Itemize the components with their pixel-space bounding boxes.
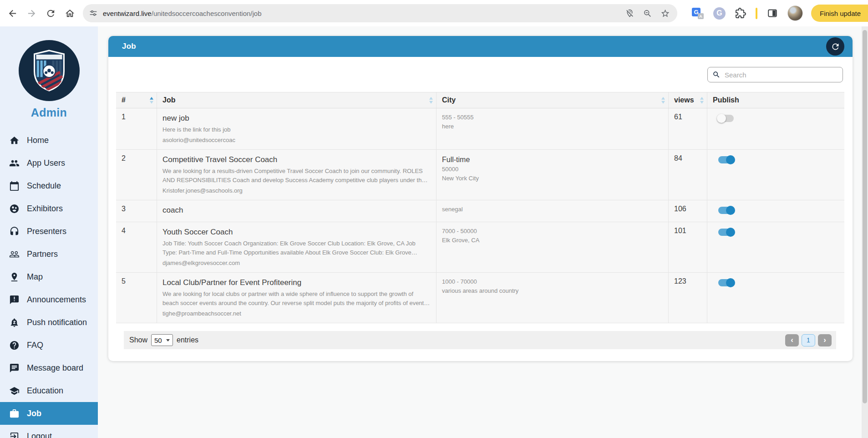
refresh-button[interactable] <box>826 37 844 56</box>
column-header-city[interactable]: City <box>436 92 668 108</box>
prev-page-button[interactable]: ‹ <box>785 334 799 346</box>
zoom-out-icon[interactable] <box>643 9 652 18</box>
publish-cell <box>707 200 844 222</box>
show-label: Show <box>129 336 147 344</box>
publish-toggle[interactable] <box>718 207 734 214</box>
location: here <box>442 122 663 131</box>
salary-range: 7000 - 50000 <box>442 227 663 236</box>
job-email: Kristofer.jones@saschools.org <box>162 186 431 195</box>
job-description: Here is the link for this job <box>162 125 431 134</box>
publish-toggle[interactable] <box>718 156 734 163</box>
job-title: Local Club/Partner for Event Profiteerin… <box>162 277 431 288</box>
grammarly-extension-icon[interactable]: G <box>713 7 726 20</box>
jobs-table: # Job City views <box>116 92 844 349</box>
publish-cell <box>707 222 844 272</box>
search-row <box>108 57 853 82</box>
city-cell: Full-time 50000 New York City <box>436 150 668 200</box>
url-path: /unitedsoccercoachesconvention/job <box>152 10 262 17</box>
reload-button[interactable] <box>41 4 60 23</box>
sidebar-item-partners[interactable]: Partners <box>0 243 98 265</box>
sort-icon <box>661 97 665 104</box>
job-title: Youth Soccer Coach <box>162 227 431 238</box>
sidebar-item-education[interactable]: Education <box>0 379 98 402</box>
profile-avatar[interactable] <box>787 5 803 21</box>
publish-toggle[interactable] <box>718 279 734 286</box>
salary-range: 555 - 50555 <box>442 113 663 122</box>
forward-button[interactable] <box>22 4 41 23</box>
sidebar-item-app-users[interactable]: App Users <box>0 152 98 174</box>
table-row: 3 coach senegal 106 <box>116 200 844 222</box>
publish-toggle[interactable] <box>718 115 734 122</box>
views-count: 106 <box>668 200 707 222</box>
table-header: # Job City views <box>116 92 844 108</box>
entries-label: entries <box>177 336 198 344</box>
sidebar-item-message-board[interactable]: Message board <box>0 357 98 379</box>
partners-icon <box>9 249 20 260</box>
sidebar-item-home[interactable]: Home <box>0 129 98 152</box>
job-title: coach <box>162 205 431 216</box>
job-email: djames@elkgrovesoccer.com <box>162 259 431 268</box>
job-cell: new job Here is the link for this job as… <box>157 108 436 149</box>
reload-icon <box>46 8 56 19</box>
job-title: Competitive Travel Soccer Coach <box>162 154 431 165</box>
row-index: 1 <box>116 108 157 149</box>
club-logo <box>19 40 80 101</box>
sidebar-nav: Home App Users Schedule Exhibitors Prese… <box>0 129 98 438</box>
help-icon <box>9 340 20 351</box>
sidebar-item-presenters[interactable]: Presenters <box>0 220 98 243</box>
job-description: We are looking for a results-driven Comp… <box>162 167 431 185</box>
sidebar-item-announcements[interactable]: Announcements <box>0 288 98 311</box>
sort-icon <box>429 97 433 104</box>
side-panel-icon[interactable] <box>767 8 778 19</box>
bookmark-star-icon[interactable] <box>660 9 670 18</box>
table-row: 1 new job Here is the link for this job … <box>116 108 844 150</box>
sidebar-item-schedule[interactable]: Schedule <box>0 174 98 197</box>
sort-icon <box>150 97 153 104</box>
employment-type: Full-time <box>442 154 663 165</box>
home-button[interactable] <box>60 4 79 23</box>
column-header-views[interactable]: views <box>668 92 707 108</box>
panel-header: Job <box>108 36 853 57</box>
sidebar-item-job[interactable]: Job <box>0 402 98 425</box>
back-icon <box>7 8 18 19</box>
location-off-icon[interactable] <box>625 9 635 18</box>
back-button[interactable] <box>3 4 22 23</box>
main-content: Job # Job <box>98 26 868 438</box>
publish-toggle[interactable] <box>718 229 734 236</box>
profile-name: Admin <box>0 106 98 119</box>
translate-extension-icon[interactable]: GA <box>692 7 704 19</box>
announcement-icon <box>9 295 20 305</box>
extensions-puzzle-icon[interactable] <box>735 8 746 19</box>
map-pin-icon <box>9 272 20 282</box>
scrollbar-thumb[interactable] <box>863 30 867 403</box>
column-header-job[interactable]: Job <box>157 92 436 108</box>
sidebar-item-faq[interactable]: FAQ <box>0 334 98 357</box>
search-icon <box>712 71 721 79</box>
table-row: 4 Youth Soccer Coach Job Title: Youth So… <box>116 222 844 273</box>
page-size-select[interactable]: 50 <box>151 334 173 346</box>
window-scrollbar[interactable] <box>862 26 868 438</box>
toolbar-divider <box>756 8 757 19</box>
sidebar-item-push-notification[interactable]: Push notification <box>0 311 98 334</box>
sidebar-item-map[interactable]: Map <box>0 265 98 288</box>
table-row: 2 Competitive Travel Soccer Coach We are… <box>116 150 844 200</box>
row-index: 5 <box>116 273 157 323</box>
sidebar-item-exhibitors[interactable]: Exhibitors <box>0 197 98 220</box>
headset-icon <box>9 226 20 237</box>
sidebar-item-logout[interactable]: Logout <box>0 425 98 438</box>
row-index: 3 <box>116 200 157 222</box>
location: senegal <box>442 205 663 214</box>
search-input[interactable] <box>725 71 838 79</box>
users-icon <box>9 158 20 168</box>
row-index: 4 <box>116 222 157 272</box>
url-bar[interactable]: eventwizard.live/unitedsoccercoachesconv… <box>83 4 677 22</box>
search-box[interactable] <box>707 67 843 82</box>
job-panel: Job # Job <box>108 36 853 361</box>
current-page-button[interactable]: 1 <box>802 334 815 346</box>
finish-update-button[interactable]: Finish update <box>811 5 868 22</box>
views-count: 61 <box>668 108 707 149</box>
next-page-button[interactable]: › <box>818 334 832 346</box>
job-email: tighe@proambeachsoccer.net <box>162 309 431 318</box>
site-info-icon[interactable] <box>88 8 98 18</box>
column-header-index[interactable]: # <box>116 92 157 108</box>
